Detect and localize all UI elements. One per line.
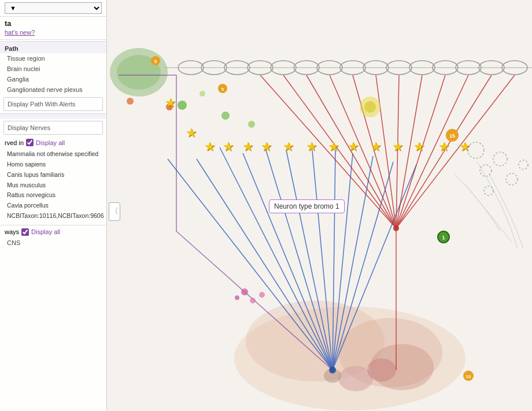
- species-ncbi[interactable]: NCBITaxon:10116,NCBITaxon:9606: [7, 211, 102, 221]
- species-homo[interactable]: Homo sapiens: [7, 160, 102, 170]
- main-canvas[interactable]: 15 1 10 5 5 ★ ★ ★ ★ ★ ★ ★ ★ ★ ★ ★ ★ ★ ★ …: [107, 0, 532, 411]
- svg-text:5: 5: [221, 87, 224, 92]
- svg-point-26: [221, 112, 230, 120]
- svg-point-30: [127, 98, 134, 105]
- svg-point-35: [519, 160, 528, 169]
- tissue-region-item[interactable]: Tissue region: [0, 53, 106, 64]
- svg-point-40: [259, 292, 265, 298]
- species-list: Mammalia not otherwise specified Homo sa…: [0, 148, 106, 224]
- path-section-header: Path: [0, 41, 106, 53]
- svg-point-54: [364, 101, 376, 113]
- brand-label: ta: [0, 17, 106, 29]
- svg-point-41: [393, 225, 399, 231]
- observed-in-row: rved in Display all: [0, 137, 106, 148]
- display-path-alerts-btn[interactable]: Display Path With Alerts: [3, 97, 103, 111]
- svg-point-37: [241, 288, 248, 295]
- pathways-checkbox[interactable]: [21, 228, 29, 236]
- species-cavia[interactable]: Cavia porcellus: [7, 201, 102, 211]
- svg-text:5: 5: [154, 59, 157, 64]
- svg-point-25: [178, 101, 187, 110]
- sidebar-top-controls: ▼: [0, 0, 106, 17]
- display-all-checkbox[interactable]: [26, 139, 34, 146]
- svg-point-42: [329, 366, 336, 373]
- svg-point-39: [235, 295, 239, 300]
- svg-point-34: [506, 173, 518, 185]
- display-nerves-header: [0, 113, 106, 119]
- observed-in-label: rved in: [5, 139, 24, 146]
- whats-new-link[interactable]: hat's new?: [0, 29, 106, 38]
- display-nerves-btn[interactable]: Display Nerves: [3, 121, 103, 135]
- display-all-label: Display all: [36, 139, 65, 146]
- species-mus[interactable]: Mus musculus: [7, 180, 102, 191]
- ganglionated-nerve-item[interactable]: Ganglionated nerve plexus: [0, 84, 106, 95]
- species-mammalia[interactable]: Mammalia not otherwise specified: [7, 149, 102, 160]
- gray-pathways: [454, 162, 523, 249]
- brain-nuclei-item[interactable]: Brain nuclei: [0, 64, 106, 74]
- neural-pathway-svg: 15 1 10 5 5: [107, 0, 532, 411]
- sidebar: ▼ ta hat's new? Path Tissue region Brain…: [0, 0, 107, 411]
- svg-point-27: [248, 121, 255, 128]
- svg-point-33: [493, 152, 507, 166]
- pathways-label: ways: [5, 228, 19, 235]
- svg-point-31: [468, 142, 484, 158]
- svg-point-23: [367, 358, 396, 382]
- collapse-sidebar-btn[interactable]: 〈: [109, 202, 120, 221]
- svg-text:1: 1: [442, 235, 445, 240]
- species-canis[interactable]: Canis lupus familiaris: [7, 170, 102, 180]
- species-rattus[interactable]: Rattus norvegicus: [7, 190, 102, 201]
- ganglia-item[interactable]: Ganglia: [0, 74, 106, 84]
- dropdown-select[interactable]: ▼: [5, 2, 102, 14]
- pathways-row: ways Display all: [0, 227, 106, 238]
- svg-text:15: 15: [449, 133, 455, 139]
- cns-item[interactable]: CNS: [0, 238, 106, 248]
- svg-point-38: [250, 298, 256, 303]
- pathways-display-all-label: Display all: [31, 228, 60, 235]
- svg-point-29: [166, 103, 173, 110]
- svg-point-32: [480, 165, 492, 176]
- svg-point-28: [200, 91, 205, 97]
- svg-text:10: 10: [466, 374, 471, 379]
- svg-point-36: [484, 186, 493, 195]
- spinal-cord-nodes: [110, 48, 532, 97]
